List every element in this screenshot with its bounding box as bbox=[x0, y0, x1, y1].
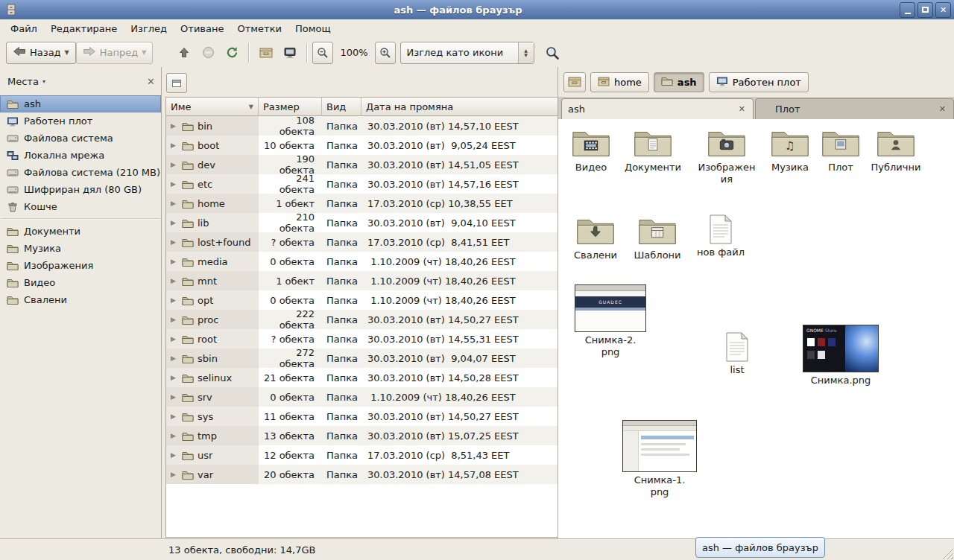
breadcrumb[interactable]: home bbox=[590, 72, 649, 92]
titlebar[interactable]: ash — файлов браузър ✕ bbox=[0, 0, 954, 19]
expander-icon[interactable]: ▶ bbox=[171, 161, 178, 168]
sidebar-item[interactable]: Кошче bbox=[0, 198, 161, 215]
up-button[interactable] bbox=[172, 41, 196, 65]
back-history-chevron-icon[interactable]: ▼ bbox=[65, 49, 69, 56]
menu-item[interactable]: Редактиране bbox=[44, 21, 124, 36]
computer-button[interactable] bbox=[278, 41, 302, 65]
stop-button[interactable] bbox=[196, 41, 220, 65]
menu-item[interactable]: Помощ bbox=[288, 21, 338, 36]
icon-item[interactable]: Шаблони bbox=[631, 214, 684, 261]
table-row[interactable]: ▶selinux21 обектаПапка30.03.2010 (вт) 14… bbox=[166, 368, 557, 387]
table-row[interactable]: ▶tmp13 обектаПапка30.03.2010 (вт) 15,07,… bbox=[166, 426, 557, 445]
table-row[interactable]: ▶boot10 обектаПапка30.03.2010 (вт) 9,05,… bbox=[166, 136, 557, 155]
expander-icon[interactable]: ▶ bbox=[171, 471, 178, 478]
icon-item[interactable]: Снимка-1. png bbox=[621, 420, 698, 497]
tab-close-icon[interactable]: ✕ bbox=[938, 104, 947, 114]
icon-item[interactable]: Изображен ия bbox=[697, 127, 756, 185]
column-header-name[interactable]: Име ▼ bbox=[166, 98, 259, 116]
menu-item[interactable]: Файл bbox=[4, 21, 44, 36]
close-button[interactable]: ✕ bbox=[935, 2, 951, 18]
sidebar-item[interactable]: Работен плот bbox=[0, 112, 161, 130]
expander-icon[interactable]: ▶ bbox=[171, 219, 178, 226]
icon-item[interactable]: нов файл bbox=[694, 214, 748, 258]
table-row[interactable]: ▶home1 обектПапка17.03.2010 (ср) 10,38,5… bbox=[166, 194, 557, 213]
expander-icon[interactable]: ▶ bbox=[171, 238, 178, 246]
table-row[interactable]: ▶etc241 обектаПапка30.03.2010 (вт) 14,57… bbox=[166, 174, 557, 194]
sidebar-item[interactable]: Свалени bbox=[0, 291, 161, 308]
pane-toggle-button[interactable] bbox=[166, 73, 187, 93]
table-row[interactable]: ▶lib210 обектаПапка30.03.2010 (вт) 9,04,… bbox=[166, 213, 557, 232]
tab[interactable]: Плот✕ bbox=[755, 98, 954, 119]
expander-icon[interactable]: ▶ bbox=[171, 141, 178, 149]
places-selector[interactable]: Места ▾ bbox=[7, 76, 45, 87]
view-mode-select[interactable]: Изглед като икони ▲▼ bbox=[400, 42, 534, 64]
table-row[interactable]: ▶sys11 обектаПапка30.03.2010 (вт) 14,50,… bbox=[166, 407, 557, 426]
reload-button[interactable] bbox=[220, 41, 244, 65]
menu-item[interactable]: Изглед bbox=[124, 21, 174, 36]
zoom-out-button[interactable] bbox=[312, 42, 333, 64]
forward-button[interactable]: Напред ▼ bbox=[76, 42, 154, 64]
back-button[interactable]: Назад ▼ bbox=[6, 42, 76, 64]
expander-icon[interactable]: ▶ bbox=[171, 451, 178, 459]
sidebar-item[interactable]: Музика bbox=[0, 240, 161, 257]
table-row[interactable]: ▶mnt1 обектПапка 1.10.2009 (чт) 18,40,26… bbox=[166, 271, 557, 290]
expander-icon[interactable]: ▶ bbox=[171, 374, 178, 381]
icon-item[interactable]: Свалени bbox=[570, 214, 621, 261]
icon-item[interactable]: GNOME StoreСнимка.png bbox=[801, 325, 880, 386]
tasklist-button[interactable]: ash — файлов браузър bbox=[695, 537, 825, 558]
table-row[interactable]: ▶sbin272 обектаПапка30.03.2010 (вт) 9,04… bbox=[166, 349, 557, 368]
expander-icon[interactable]: ▶ bbox=[171, 122, 178, 130]
pathbar-root-button[interactable] bbox=[563, 72, 586, 92]
sidebar-item[interactable]: Документи bbox=[0, 223, 161, 240]
expander-icon[interactable]: ▶ bbox=[171, 296, 178, 304]
expander-icon[interactable]: ▶ bbox=[171, 316, 178, 323]
minimize-button[interactable] bbox=[900, 2, 915, 18]
menu-item[interactable]: Отметки bbox=[230, 21, 288, 36]
expander-icon[interactable]: ▶ bbox=[171, 393, 178, 401]
combo-stepper-icon[interactable]: ▲▼ bbox=[518, 42, 534, 63]
sidebar-item[interactable]: ash bbox=[0, 95, 161, 112]
column-header-date[interactable]: Дата на промяна bbox=[361, 98, 557, 116]
expander-icon[interactable]: ▶ bbox=[171, 258, 178, 265]
table-row[interactable]: ▶var20 обектаПапка30.03.2010 (вт) 14,57,… bbox=[166, 465, 557, 484]
expander-icon[interactable]: ▶ bbox=[171, 354, 178, 362]
table-row[interactable]: ▶srv0 обектаПапка 1.10.2009 (чт) 18,40,2… bbox=[166, 387, 557, 407]
breadcrumb[interactable]: Работен плот bbox=[709, 72, 809, 92]
zoom-in-button[interactable] bbox=[375, 42, 396, 64]
icon-item[interactable]: GUADECСнимка-2. png bbox=[573, 284, 648, 357]
tab[interactable]: ash✕ bbox=[561, 98, 754, 119]
expander-icon[interactable]: ▶ bbox=[171, 200, 178, 207]
places-close-button[interactable]: ✕ bbox=[147, 76, 155, 87]
icon-item[interactable]: Публични bbox=[867, 127, 925, 174]
table-row[interactable]: ▶proc222 обектаПапка30.03.2010 (вт) 14,5… bbox=[166, 310, 557, 329]
table-row[interactable]: ▶opt0 обектаПапка 1.10.2009 (чт) 18,40,2… bbox=[166, 290, 557, 310]
expander-icon[interactable]: ▶ bbox=[171, 413, 178, 420]
icon-item[interactable]: Документи bbox=[621, 127, 685, 174]
icon-item[interactable]: Видео bbox=[567, 127, 615, 174]
expander-icon[interactable]: ▶ bbox=[171, 277, 178, 284]
icon-item[interactable]: ♫Музика bbox=[765, 127, 815, 174]
table-row[interactable]: ▶root? обектаПапка30.03.2010 (вт) 14,55,… bbox=[166, 329, 557, 349]
sidebar-item[interactable]: Изображения bbox=[0, 257, 161, 274]
table-row[interactable]: ▶bin108 обектаПапка30.03.2010 (вт) 14,57… bbox=[166, 116, 557, 136]
search-button[interactable] bbox=[540, 41, 564, 65]
breadcrumb[interactable]: ash bbox=[654, 72, 704, 92]
sidebar-item[interactable]: Шифриран дял (80 GB) bbox=[0, 181, 161, 198]
table-row[interactable]: ▶usr12 обектаПапка17.03.2010 (ср) 8,51,4… bbox=[166, 445, 557, 465]
icon-canvas[interactable]: ВидеоДокументиИзображен ия♫МузикаПлотПуб… bbox=[558, 119, 954, 539]
expander-icon[interactable]: ▶ bbox=[171, 180, 178, 188]
sidebar-item[interactable]: Файлова система bbox=[0, 130, 161, 147]
menu-item[interactable]: Отиване bbox=[174, 21, 230, 36]
sidebar-item[interactable]: Файлова система (210 MB) bbox=[0, 164, 161, 181]
maximize-button[interactable] bbox=[917, 2, 933, 18]
table-row[interactable]: ▶dev190 обектаПапка30.03.2010 (вт) 14,51… bbox=[166, 155, 557, 174]
icon-item[interactable]: Плот bbox=[819, 127, 862, 174]
table-row[interactable]: ▶media0 обектаПапка 1.10.2009 (чт) 18,40… bbox=[166, 252, 557, 271]
tab-close-icon[interactable]: ✕ bbox=[737, 104, 747, 114]
expander-icon[interactable]: ▶ bbox=[171, 432, 178, 439]
sidebar-item[interactable]: Локална мрежа bbox=[0, 147, 161, 164]
expander-icon[interactable]: ▶ bbox=[171, 335, 178, 343]
table-row[interactable]: ▶lost+found? обектаПапка17.03.2010 (ср) … bbox=[166, 232, 557, 252]
icon-item[interactable]: list bbox=[716, 332, 758, 376]
sidebar-item[interactable]: Видео bbox=[0, 274, 161, 291]
